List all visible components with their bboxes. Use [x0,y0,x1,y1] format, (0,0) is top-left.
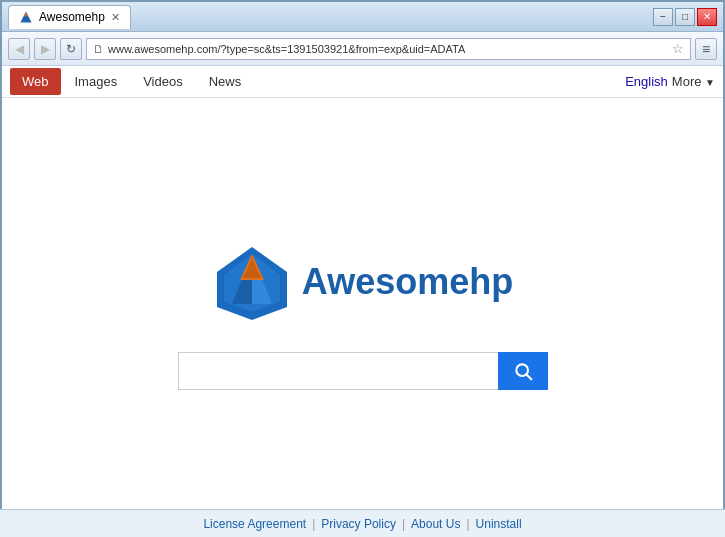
logo-icon [212,242,292,322]
nav-item-web-label: Web [22,74,49,89]
license-link[interactable]: License Agreement [203,517,306,531]
privacy-link[interactable]: Privacy Policy [321,517,396,531]
search-input[interactable] [178,352,498,390]
minimize-button[interactable]: − [653,8,673,26]
address-text: www.awesomehp.com/?type=sc&ts=1391503921… [108,43,668,55]
main-content: Awesomehp [2,98,723,473]
nav-item-videos-label: Videos [143,74,183,89]
svg-line-10 [526,374,531,379]
refresh-button[interactable]: ↻ [60,38,82,60]
page-icon: 🗋 [93,43,104,55]
navbar-right: English More ▼ [625,74,715,89]
window-controls: − □ ✕ [653,8,717,26]
back-button[interactable]: ◀ [8,38,30,60]
maximize-button[interactable]: □ [675,8,695,26]
logo-text: Awesomehp [302,261,513,303]
tab-title: Awesomehp [39,10,105,24]
nav-item-news-label: News [209,74,242,89]
footer: License Agreement | Privacy Policy | Abo… [0,509,725,537]
nav-item-images-label: Images [75,74,118,89]
nav-item-news[interactable]: News [197,68,254,95]
nav-item-images[interactable]: Images [63,68,130,95]
tab-favicon [19,10,33,24]
about-link[interactable]: About Us [411,517,460,531]
titlebar: Awesomehp ✕ − □ ✕ [2,2,723,32]
bookmark-star-icon[interactable]: ☆ [672,41,684,56]
navbar: Web Images Videos News English More ▼ [2,66,723,98]
more-dropdown-icon: ▼ [705,77,715,88]
language-button[interactable]: English [625,74,668,89]
sep1: | [312,517,315,531]
uninstall-link[interactable]: Uninstall [476,517,522,531]
logo-area: Awesomehp [212,242,513,322]
more-label: More [672,74,702,89]
browser-tab[interactable]: Awesomehp ✕ [8,5,131,29]
forward-button[interactable]: ▶ [34,38,56,60]
address-bar[interactable]: 🗋 www.awesomehp.com/?type=sc&ts=13915039… [86,38,691,60]
close-button[interactable]: ✕ [697,8,717,26]
search-area [178,352,548,390]
navbar-left: Web Images Videos News [10,68,253,95]
search-icon [513,361,533,381]
search-button[interactable] [498,352,548,390]
tab-close-button[interactable]: ✕ [111,11,120,24]
toolbar: ◀ ▶ ↻ 🗋 www.awesomehp.com/?type=sc&ts=13… [2,32,723,66]
more-button[interactable]: More ▼ [672,74,715,89]
titlebar-left: Awesomehp ✕ [8,5,131,29]
browser-menu-button[interactable]: ≡ [695,38,717,60]
sep3: | [466,517,469,531]
nav-item-web[interactable]: Web [10,68,61,95]
sep2: | [402,517,405,531]
nav-item-videos[interactable]: Videos [131,68,195,95]
